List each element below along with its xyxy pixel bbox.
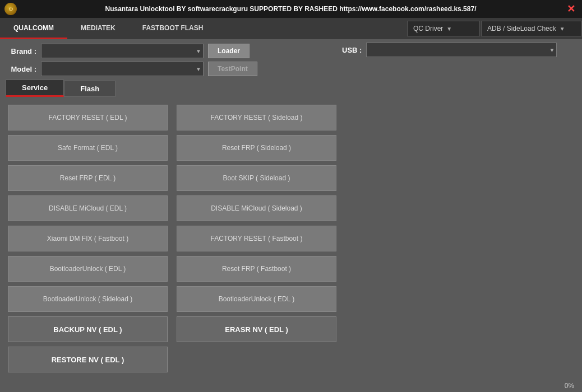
adb-sideload-dropdown[interactable]: ADB / SideLoad Check ▼: [481, 21, 582, 36]
model-label: Model :: [6, 65, 36, 73]
backup-nv-edl-button[interactable]: BACKUP NV ( EDL ): [8, 316, 168, 342]
usb-select[interactable]: [366, 43, 557, 57]
brand-input-wrapper: ▼: [41, 44, 204, 58]
service-buttons-area: FACTORY RESET ( EDL ) FACTORY RESET ( Si…: [6, 102, 576, 375]
disable-micloud-edl-button[interactable]: DISABLE MiCloud ( EDL ): [8, 195, 168, 221]
qc-driver-dropdown[interactable]: QC Driver ▼: [407, 21, 480, 36]
bootloader-unlock-edl-button[interactable]: BootloaderUnlock ( EDL ): [8, 256, 168, 282]
usb-select-wrapper: ▼: [366, 43, 557, 57]
content-area: Brand : ▼ Loader Model : ▼ TestPoint Ser…: [0, 39, 582, 379]
brand-label: Brand :: [6, 47, 36, 55]
disable-micloud-sideload-button[interactable]: DISABLE MiCloud ( Sideload ): [177, 195, 336, 221]
reset-frp-sideload-button[interactable]: Reset FRP ( Sideload ): [177, 135, 336, 161]
loader-button[interactable]: Loader: [208, 44, 250, 58]
status-bar: 0%: [565, 382, 574, 390]
usb-row: USB : ▼: [342, 43, 557, 57]
adb-sideload-label: ADB / SideLoad Check: [487, 25, 556, 32]
bootloader-unlock-edl2-button[interactable]: BootloaderUnlock ( EDL ): [177, 286, 336, 312]
sub-tabs: Service Flash: [6, 80, 576, 97]
erasr-nv-edl-button[interactable]: ERASR NV ( EDL ): [177, 316, 336, 342]
nav-bar: QUALCOMM MEDIATEK FASTBOOT FLASH QC Driv…: [0, 18, 582, 39]
app-title: Nusantara Unlocktool BY softwarecrackgur…: [21, 5, 560, 13]
status-value: 0%: [565, 382, 574, 390]
reset-frp-fastboot-button[interactable]: Reset FRP ( Fastboot ): [177, 256, 336, 282]
title-bar: ⚙ Nusantara Unlocktool BY softwarecrackg…: [0, 0, 582, 18]
qc-driver-label: QC Driver: [413, 25, 443, 32]
sub-tab-flash[interactable]: Flash: [64, 81, 116, 97]
testpoint-button[interactable]: TestPoint: [208, 62, 257, 76]
nav-tab-mediatek[interactable]: MEDIATEK: [67, 18, 129, 39]
app-icon: ⚙: [4, 3, 17, 15]
brand-select[interactable]: [41, 44, 204, 58]
model-row: Model : ▼ TestPoint: [6, 62, 576, 76]
nav-tab-fastboot[interactable]: FASTBOOT FLASH: [129, 18, 217, 39]
safe-format-edl-button[interactable]: Safe Format ( EDL ): [8, 135, 168, 161]
model-select[interactable]: [41, 62, 204, 76]
usb-label: USB :: [342, 46, 362, 54]
factory-reset-sideload-button[interactable]: FACTORY RESET ( Sideload ): [177, 105, 336, 130]
model-input-wrapper: ▼: [41, 62, 204, 76]
qc-driver-arrow-icon: ▼: [446, 26, 452, 32]
bootloader-unlock-sideload-button[interactable]: BootloaderUnlock ( Sideload ): [8, 286, 168, 312]
sub-tab-service[interactable]: Service: [6, 80, 64, 97]
close-button[interactable]: ✕: [565, 3, 578, 15]
reset-frp-edl-button[interactable]: Reset FRP ( EDL ): [8, 165, 168, 191]
nav-dropdowns: QC Driver ▼ ADB / SideLoad Check ▼: [407, 18, 582, 39]
xiaomi-dm-fix-fastboot-button[interactable]: Xiaomi DM FIX ( Fastboot ): [8, 226, 168, 251]
factory-reset-edl-button[interactable]: FACTORY RESET ( EDL ): [8, 105, 168, 130]
nav-tab-qualcomm[interactable]: QUALCOMM: [0, 18, 67, 39]
adb-sideload-arrow-icon: ▼: [560, 26, 565, 32]
boot-skip-sideload-button[interactable]: Boot SKIP ( Sideload ): [177, 165, 336, 191]
factory-reset-fastboot-button[interactable]: FACTORY RESET ( Fastboot ): [177, 226, 336, 251]
restore-nv-edl-button[interactable]: RESTORE NV ( EDL ): [8, 347, 168, 372]
